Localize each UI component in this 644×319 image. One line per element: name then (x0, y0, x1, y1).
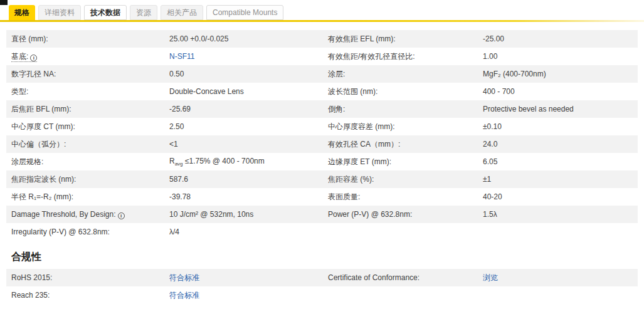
spec-value: ±0.10 (478, 122, 638, 131)
compliance-heading: 合规性 (11, 251, 644, 264)
spec-value-link[interactable]: 符合标准 (169, 273, 199, 282)
table-row: 基底:iN-SF11有效焦距/有效孔径直径比:1.00 (6, 48, 638, 65)
table-row: 类型:Double-Concave Lens波长范围 (nm):400 - 70… (6, 83, 638, 100)
spec-value: <1 (164, 140, 323, 149)
tab-details[interactable]: 详细资料 (38, 5, 81, 20)
table-row: 涂层规格:Ravg ≤1.75% @ 400 - 700nm边缘厚度 ET (m… (6, 153, 638, 170)
spec-label: 有效焦距/有效孔径直径比: (323, 51, 478, 62)
spec-value: 587.6 (164, 175, 323, 184)
spec-label: 基底:i (6, 51, 164, 62)
spec-value: -25.69 (164, 105, 323, 113)
spec-label: 类型: (6, 86, 164, 97)
spec-label: RoHS 2015: (6, 273, 164, 282)
spec-label: 表面质量: (323, 192, 478, 202)
spec-label: 涂层: (323, 69, 478, 80)
table-row: 数字孔径 NA:0.50涂层:MgF₂ (400-700nm) (6, 65, 638, 83)
table-row: RoHS 2015:符合标准Certificate of Conformance… (6, 269, 638, 286)
spec-label: Certificate of Conformance: (323, 273, 478, 282)
spec-label: 有效孔径 CA（mm）: (323, 139, 478, 150)
spec-value: 6.05 (478, 157, 638, 166)
spec-label: 边缘厚度 ET (mm): (323, 157, 478, 167)
spec-label: Power (P-V) @ 632.8nm: (323, 210, 478, 219)
spec-value: λ/4 (164, 227, 323, 236)
spec-value: 2.50 (164, 122, 323, 131)
spec-label: 波长范围 (nm): (323, 86, 478, 97)
spec-value[interactable]: N-SF11 (164, 52, 323, 61)
spec-label: 后焦距 BFL (mm): (6, 104, 164, 115)
spec-value: Protective bevel as needed (478, 105, 638, 113)
spec-value: -25.00 (478, 34, 638, 43)
spec-value: 25.00 +0.0/-0.025 (164, 34, 323, 43)
table-row: 焦距指定波长 (nm):587.6焦距容差 (%):±1 (6, 170, 638, 188)
spec-label: Irregularity (P-V) @ 632.8nm: (6, 227, 164, 236)
spec-table: 直径 (mm):25.00 +0.0/-0.025有效焦距 EFL (mm):-… (6, 30, 638, 241)
spec-value: 10 J/cm² @ 532nm, 10ns (164, 210, 323, 219)
spec-label: 焦距指定波长 (nm): (6, 174, 164, 185)
tab-specs[interactable]: 规格 (9, 5, 35, 20)
spec-label: 中心厚度容差 (mm): (323, 122, 478, 132)
tab-resources[interactable]: 资源 (130, 5, 157, 20)
table-row: 中心偏（弧分）:<1有效孔径 CA（mm）:24.0 (6, 135, 638, 153)
table-row: 中心厚度 CT (mm):2.50中心厚度容差 (mm):±0.10 (6, 118, 638, 135)
info-icon[interactable]: i (118, 212, 125, 219)
spec-value: ±1 (478, 175, 638, 184)
spec-label: 中心偏（弧分）: (6, 139, 164, 150)
spec-label: 半径 R₁=-R₂ (mm): (6, 192, 164, 202)
screen-corner-artifact (0, 0, 8, 5)
table-row: 半径 R₁=-R₂ (mm):-39.78表面质量:40-20 (6, 188, 638, 206)
spec-value: 24.0 (478, 140, 638, 149)
spec-label: 倒角: (323, 104, 478, 115)
spec-label: 中心厚度 CT (mm): (6, 122, 164, 132)
spec-value: 0.50 (164, 70, 323, 78)
spec-value[interactable]: 符合标准 (164, 273, 323, 283)
spec-value: Double-Concave Lens (164, 87, 323, 96)
tab-technical-data[interactable]: 技术数据 (84, 5, 127, 20)
spec-value-link[interactable]: N-SF11 (169, 52, 194, 61)
spec-value: 400 - 700 (478, 87, 638, 96)
tab-accent-underline (0, 20, 644, 22)
spec-value-link[interactable]: 浏览 (483, 273, 498, 282)
table-row: Reach 235:符合标准 (6, 286, 638, 304)
spec-value: 1.00 (478, 52, 638, 61)
spec-value: -39.78 (164, 192, 323, 201)
spec-value: 40-20 (478, 192, 638, 201)
tab-compatible-mounts[interactable]: Compatible Mounts (206, 5, 283, 20)
spec-value[interactable]: 浏览 (478, 273, 638, 283)
spec-label: 焦距容差 (%): (323, 174, 478, 185)
spec-value: MgF₂ (400-700nm) (478, 70, 638, 78)
table-row: 后焦距 BFL (mm):-25.69倒角:Protective bevel a… (6, 100, 638, 118)
table-row: Damage Threshold, By Design:i10 J/cm² @ … (6, 206, 638, 223)
spec-value: Ravg ≤1.75% @ 400 - 700nm (164, 157, 323, 167)
compliance-table: RoHS 2015:符合标准Certificate of Conformance… (6, 269, 638, 304)
spec-label: 数字孔径 NA: (6, 69, 164, 80)
spec-label: Reach 235: (6, 291, 164, 300)
spec-value[interactable]: 符合标准 (164, 290, 323, 301)
tab-related-products[interactable]: 相关产品 (161, 5, 203, 20)
spec-label: Damage Threshold, By Design:i (6, 210, 164, 219)
spec-label: 有效焦距 EFL (mm): (323, 34, 478, 44)
table-row: Irregularity (P-V) @ 632.8nm:λ/4 (6, 223, 638, 241)
spec-value: 1.5λ (478, 210, 638, 219)
spec-value-link[interactable]: 符合标准 (169, 291, 199, 300)
spec-label: 涂层规格: (6, 157, 164, 167)
spec-label: 直径 (mm): (6, 34, 164, 44)
info-icon[interactable]: i (30, 55, 37, 61)
tab-bar: 规格 详细资料 技术数据 资源 相关产品 Compatible Mounts (0, 0, 644, 20)
table-row: 直径 (mm):25.00 +0.0/-0.025有效焦距 EFL (mm):-… (6, 30, 638, 48)
